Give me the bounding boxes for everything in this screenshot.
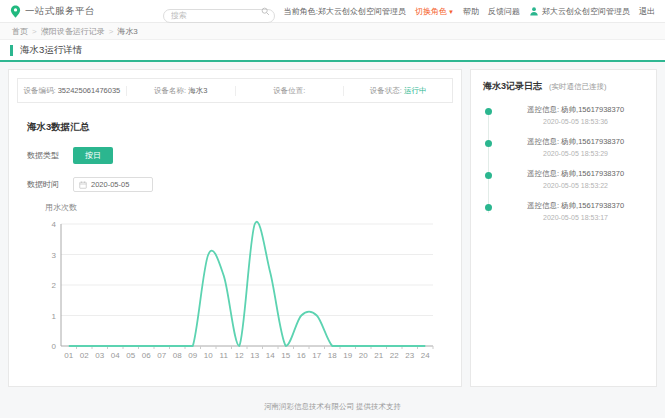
device-code-label: 设备编码: [23, 86, 55, 95]
log-entry: 遥控信息: 杨帅,15617938370 2020-05-05 18:53:29 [485, 137, 646, 157]
device-location-label: 设备位置: [273, 86, 305, 95]
usage-chart-svg: 0123401020304050607080910111213141516171… [9, 214, 447, 364]
log-entry-text: 遥控信息: 杨帅,15617938370 [505, 201, 646, 211]
svg-text:24: 24 [421, 351, 430, 360]
svg-text:09: 09 [188, 351, 197, 360]
device-name-field: 设备名称: 海水3 [127, 86, 236, 96]
data-type-label: 数据类型 [27, 150, 73, 161]
svg-text:16: 16 [297, 351, 306, 360]
title-accent-bar [10, 45, 13, 56]
svg-text:21: 21 [374, 351, 383, 360]
data-type-row: 数据类型 按日 [27, 147, 461, 164]
svg-text:18: 18 [328, 351, 337, 360]
log-entry: 遥控信息: 杨帅,15617938370 2020-05-05 18:53:36 [485, 105, 646, 125]
chevron-down-icon: ▼ [448, 9, 454, 15]
svg-text:14: 14 [266, 351, 275, 360]
timeline-dot-icon [485, 108, 492, 115]
svg-text:0: 0 [52, 342, 57, 351]
log-header: 海水3记录日志 (实时通信已连接) [471, 70, 656, 97]
breadcrumb: 首页 > 濮阳设备运行记录 > 海水3 [0, 23, 665, 40]
data-summary-title: 海水3数据汇总 [27, 121, 461, 134]
svg-text:13: 13 [250, 351, 259, 360]
username: 郑大云创众创空间管理员 [542, 6, 630, 17]
calendar-icon [79, 181, 87, 189]
log-entry-time: 2020-05-05 18:53:36 [505, 118, 646, 125]
svg-text:01: 01 [64, 351, 73, 360]
svg-text:17: 17 [312, 351, 321, 360]
device-status-value: 运行中 [404, 86, 427, 95]
page-title-bar: 海水3运行详情 [0, 40, 665, 60]
switch-role-label: 切换角色 [415, 7, 447, 16]
svg-text:19: 19 [343, 351, 352, 360]
svg-text:3: 3 [52, 251, 57, 260]
svg-text:05: 05 [126, 351, 135, 360]
svg-text:03: 03 [95, 351, 104, 360]
svg-text:15: 15 [281, 351, 290, 360]
switch-role-button[interactable]: 切换角色▼ [415, 6, 454, 17]
log-entry: 遥控信息: 杨帅,15617938370 2020-05-05 18:53:17 [485, 201, 646, 221]
log-entry-time: 2020-05-05 18:53:17 [505, 214, 646, 221]
current-role-label: 当前角色:郑大云创众创空间管理员 [284, 6, 406, 17]
breadcrumb-home[interactable]: 首页 [12, 26, 28, 37]
device-info-strip: 设备编码: 352425061476035 设备名称: 海水3 设备位置: 设备… [17, 78, 453, 103]
logout-link[interactable]: 退出 [639, 6, 655, 17]
app-window: 一站式服务平台 当前角色:郑大云创众创空间管理员 切换角色▼ 帮助 反馈问题 郑… [0, 0, 665, 418]
usage-chart: 用水次数 01234010203040506070809101112131415… [9, 202, 461, 368]
breadcrumb-device-records[interactable]: 濮阳设备运行记录 [41, 26, 105, 37]
log-entry-text: 遥控信息: 杨帅,15617938370 [505, 169, 646, 179]
svg-text:06: 06 [142, 351, 151, 360]
data-time-label: 数据时间 [27, 179, 73, 190]
by-day-button[interactable]: 按日 [73, 147, 113, 164]
search-icon[interactable] [261, 7, 270, 16]
log-connection-status: (实时通信已连接) [549, 82, 607, 92]
svg-text:08: 08 [173, 351, 182, 360]
main-content: 设备编码: 352425061476035 设备名称: 海水3 设备位置: 设备… [0, 62, 665, 387]
breadcrumb-current: 海水3 [117, 26, 137, 37]
svg-text:22: 22 [390, 351, 399, 360]
log-title: 海水3记录日志 [483, 80, 542, 93]
search-box [163, 4, 275, 18]
device-status-field: 设备状态: 运行中 [344, 86, 452, 96]
svg-text:07: 07 [157, 351, 166, 360]
device-location-field: 设备位置: [236, 86, 345, 96]
log-entry-text: 遥控信息: 杨帅,15617938370 [505, 105, 646, 115]
timeline-dot-icon [485, 172, 492, 179]
log-panel: 海水3记录日志 (实时通信已连接) 遥控信息: 杨帅,15617938370 2… [470, 69, 657, 387]
page-title: 海水3运行详情 [20, 44, 82, 57]
user-menu[interactable]: 郑大云创众创空间管理员 [529, 6, 630, 17]
svg-text:23: 23 [405, 351, 414, 360]
svg-text:1: 1 [52, 312, 57, 321]
date-picker-input[interactable]: 2020-05-05 [73, 177, 153, 192]
log-entry: 遥控信息: 杨帅,15617938370 2020-05-05 18:53:22 [485, 169, 646, 189]
svg-text:04: 04 [111, 351, 120, 360]
device-name-label: 设备名称: [154, 86, 186, 95]
logo[interactable]: 一站式服务平台 [10, 5, 95, 18]
svg-text:4: 4 [52, 220, 57, 229]
platform-title: 一站式服务平台 [25, 5, 95, 18]
log-entry-text: 遥控信息: 杨帅,15617938370 [505, 137, 646, 147]
log-timeline: 遥控信息: 杨帅,15617938370 2020-05-05 18:53:36… [485, 105, 646, 221]
location-pin-icon [10, 5, 21, 18]
device-detail-panel: 设备编码: 352425061476035 设备名称: 海水3 设备位置: 设备… [8, 69, 462, 387]
svg-text:10: 10 [204, 351, 213, 360]
date-value: 2020-05-05 [91, 180, 129, 189]
breadcrumb-separator: > [32, 27, 37, 36]
footer-text: 河南润彩信息技术有限公司 提供技术支持 [264, 402, 401, 411]
svg-text:2: 2 [52, 281, 57, 290]
data-time-row: 数据时间 2020-05-05 [27, 177, 461, 192]
timeline-dot-icon [485, 204, 492, 211]
search-input[interactable] [163, 9, 275, 23]
device-status-label: 设备状态: [370, 86, 402, 95]
svg-text:12: 12 [235, 351, 244, 360]
help-link[interactable]: 帮助 [463, 6, 479, 17]
device-code-value: 352425061476035 [58, 86, 121, 95]
chart-y-axis-name: 用水次数 [45, 202, 461, 213]
svg-text:02: 02 [80, 351, 89, 360]
breadcrumb-separator: > [109, 27, 114, 36]
svg-text:11: 11 [220, 351, 229, 360]
device-name-value: 海水3 [188, 86, 207, 95]
feedback-link[interactable]: 反馈问题 [488, 6, 520, 17]
user-icon [529, 6, 539, 16]
top-header: 一站式服务平台 当前角色:郑大云创众创空间管理员 切换角色▼ 帮助 反馈问题 郑… [0, 0, 665, 23]
device-code-field: 设备编码: 352425061476035 [18, 86, 127, 96]
